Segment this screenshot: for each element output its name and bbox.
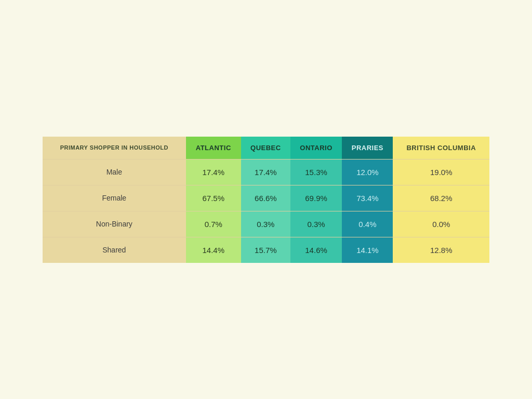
cell-male-praries: 12.0% bbox=[342, 159, 393, 185]
cell-nonbinary-atlantic: 0.7% bbox=[186, 211, 241, 237]
col-header-atlantic: ATLANTIC bbox=[186, 137, 241, 159]
col-header-ontario: ONTARIO bbox=[290, 137, 342, 159]
cell-shared-praries: 14.1% bbox=[342, 237, 393, 263]
cell-nonbinary-praries: 0.4% bbox=[342, 211, 393, 237]
cell-nonbinary-bc: 0.0% bbox=[393, 211, 489, 237]
cell-nonbinary-quebec: 0.3% bbox=[241, 211, 290, 237]
data-table: PRIMARY SHOPPER IN HOUSEHOLD ATLANTIC QU… bbox=[43, 137, 489, 263]
cell-male-bc: 19.0% bbox=[393, 159, 489, 185]
cell-shared-ontario: 14.6% bbox=[290, 237, 342, 263]
col-header-praries: PRARIES bbox=[342, 137, 393, 159]
cell-female-bc: 68.2% bbox=[393, 185, 489, 211]
cell-female-quebec: 66.6% bbox=[241, 185, 290, 211]
row-label-female: Female bbox=[43, 185, 186, 211]
cell-female-praries: 73.4% bbox=[342, 185, 393, 211]
table-row: Shared 14.4% 15.7% 14.6% 14.1% 12.8% bbox=[43, 237, 489, 263]
cell-female-atlantic: 67.5% bbox=[186, 185, 241, 211]
cell-shared-quebec: 15.7% bbox=[241, 237, 290, 263]
cell-male-ontario: 15.3% bbox=[290, 159, 342, 185]
col-header-british-columbia: BRITISH COLUMBIA bbox=[393, 137, 489, 159]
row-label-male: Male bbox=[43, 159, 186, 185]
col-header-quebec: QUEBEC bbox=[241, 137, 290, 159]
cell-shared-atlantic: 14.4% bbox=[186, 237, 241, 263]
cell-female-ontario: 69.9% bbox=[290, 185, 342, 211]
cell-nonbinary-ontario: 0.3% bbox=[290, 211, 342, 237]
table-row: Non-Binary 0.7% 0.3% 0.3% 0.4% 0.0% bbox=[43, 211, 489, 237]
table-container: PRIMARY SHOPPER IN HOUSEHOLD ATLANTIC QU… bbox=[43, 137, 489, 263]
row-label-nonbinary: Non-Binary bbox=[43, 211, 186, 237]
cell-male-atlantic: 17.4% bbox=[186, 159, 241, 185]
row-label-shared: Shared bbox=[43, 237, 186, 263]
col-header-row-label: PRIMARY SHOPPER IN HOUSEHOLD bbox=[43, 137, 186, 159]
cell-male-quebec: 17.4% bbox=[241, 159, 290, 185]
table-row: Male 17.4% 17.4% 15.3% 12.0% 19.0% bbox=[43, 159, 489, 185]
table-row: Female 67.5% 66.6% 69.9% 73.4% 68.2% bbox=[43, 185, 489, 211]
cell-shared-bc: 12.8% bbox=[393, 237, 489, 263]
